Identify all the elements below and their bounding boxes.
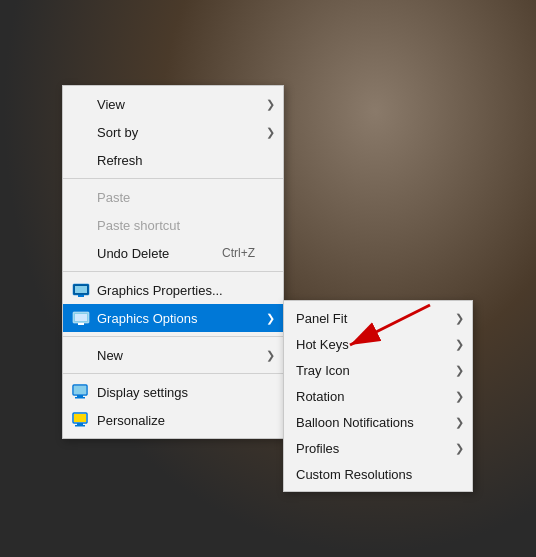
context-menu: View ❯ Sort by ❯ Refresh Paste Paste sho… bbox=[62, 85, 284, 439]
paste-icon bbox=[71, 187, 91, 207]
submenu-item-panel-fit[interactable]: Panel Fit ❯ bbox=[284, 305, 472, 331]
svg-rect-2 bbox=[78, 295, 84, 297]
submenu-item-profiles-label: Profiles bbox=[296, 441, 444, 456]
submenu-item-rotation-label: Rotation bbox=[296, 389, 444, 404]
menu-item-graphics-options[interactable]: Graphics Options ❯ Panel Fit ❯ Hot Keys … bbox=[63, 304, 283, 332]
menu-item-paste-shortcut-label: Paste shortcut bbox=[97, 218, 255, 233]
svg-rect-12 bbox=[77, 423, 83, 425]
svg-rect-11 bbox=[74, 414, 86, 422]
hot-keys-arrow: ❯ bbox=[455, 338, 464, 351]
menu-item-paste-label: Paste bbox=[97, 190, 255, 205]
menu-item-view-label: View bbox=[97, 97, 255, 112]
tray-icon-arrow: ❯ bbox=[455, 364, 464, 377]
svg-rect-8 bbox=[77, 395, 83, 397]
separator-4 bbox=[63, 373, 283, 374]
submenu-item-hot-keys-label: Hot Keys bbox=[296, 337, 444, 352]
balloon-notifications-arrow: ❯ bbox=[455, 416, 464, 429]
submenu-item-tray-icon-label: Tray Icon bbox=[296, 363, 444, 378]
menu-item-refresh[interactable]: Refresh bbox=[63, 146, 283, 174]
submenu-item-tray-icon[interactable]: Tray Icon ❯ bbox=[284, 357, 472, 383]
separator-3 bbox=[63, 336, 283, 337]
new-icon bbox=[71, 345, 91, 365]
svg-rect-7 bbox=[74, 386, 86, 394]
separator-2 bbox=[63, 271, 283, 272]
paste-shortcut-icon bbox=[71, 215, 91, 235]
refresh-icon bbox=[71, 150, 91, 170]
submenu-item-balloon-notifications-label: Balloon Notifications bbox=[296, 415, 444, 430]
menu-item-view[interactable]: View ❯ bbox=[63, 90, 283, 118]
menu-item-paste[interactable]: Paste bbox=[63, 183, 283, 211]
menu-item-graphics-properties[interactable]: Graphics Properties... bbox=[63, 276, 283, 304]
submenu-item-panel-fit-label: Panel Fit bbox=[296, 311, 444, 326]
sort-by-icon bbox=[71, 122, 91, 142]
menu-item-graphics-options-label: Graphics Options bbox=[97, 311, 255, 326]
display-settings-icon bbox=[71, 382, 91, 402]
menu-item-refresh-label: Refresh bbox=[97, 153, 255, 168]
graphics-options-submenu: Panel Fit ❯ Hot Keys ❯ Tray Icon ❯ Rotat… bbox=[283, 300, 473, 492]
svg-rect-5 bbox=[78, 323, 84, 325]
graphics-properties-icon bbox=[71, 280, 91, 300]
submenu-item-profiles[interactable]: Profiles ❯ bbox=[284, 435, 472, 461]
svg-rect-13 bbox=[75, 425, 85, 427]
menu-item-sort-by[interactable]: Sort by ❯ bbox=[63, 118, 283, 146]
undo-delete-icon bbox=[71, 243, 91, 263]
menu-item-paste-shortcut[interactable]: Paste shortcut bbox=[63, 211, 283, 239]
submenu-item-custom-resolutions[interactable]: Custom Resolutions bbox=[284, 461, 472, 487]
submenu-item-hot-keys[interactable]: Hot Keys ❯ bbox=[284, 331, 472, 357]
submenu-item-custom-resolutions-label: Custom Resolutions bbox=[296, 467, 444, 482]
menu-item-new[interactable]: New ❯ bbox=[63, 341, 283, 369]
menu-item-undo-delete-label: Undo Delete bbox=[97, 246, 202, 261]
sort-by-arrow: ❯ bbox=[266, 126, 275, 139]
view-arrow: ❯ bbox=[266, 98, 275, 111]
graphics-options-icon bbox=[71, 308, 91, 328]
submenu-item-balloon-notifications[interactable]: Balloon Notifications ❯ bbox=[284, 409, 472, 435]
svg-rect-1 bbox=[75, 286, 87, 293]
view-icon bbox=[71, 94, 91, 114]
menu-item-new-label: New bbox=[97, 348, 255, 363]
profiles-arrow: ❯ bbox=[455, 442, 464, 455]
panel-fit-arrow: ❯ bbox=[455, 312, 464, 325]
undo-delete-shortcut: Ctrl+Z bbox=[222, 246, 255, 260]
new-arrow: ❯ bbox=[266, 349, 275, 362]
menu-item-sort-by-label: Sort by bbox=[97, 125, 255, 140]
menu-item-undo-delete[interactable]: Undo Delete Ctrl+Z bbox=[63, 239, 283, 267]
menu-item-graphics-properties-label: Graphics Properties... bbox=[97, 283, 255, 298]
rotation-arrow: ❯ bbox=[455, 390, 464, 403]
menu-item-display-settings-label: Display settings bbox=[97, 385, 255, 400]
personalize-icon bbox=[71, 410, 91, 430]
separator-1 bbox=[63, 178, 283, 179]
svg-rect-4 bbox=[75, 314, 87, 321]
menu-item-display-settings[interactable]: Display settings bbox=[63, 378, 283, 406]
graphics-options-arrow: ❯ bbox=[266, 312, 275, 325]
submenu-item-rotation[interactable]: Rotation ❯ bbox=[284, 383, 472, 409]
menu-item-personalize-label: Personalize bbox=[97, 413, 255, 428]
svg-rect-9 bbox=[75, 397, 85, 399]
menu-item-personalize[interactable]: Personalize bbox=[63, 406, 283, 434]
